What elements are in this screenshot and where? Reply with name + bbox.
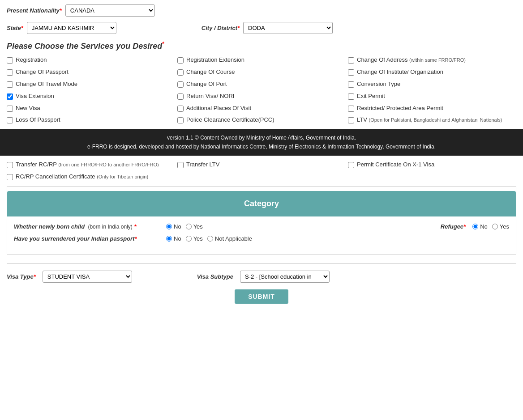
surrendered-yes-radio[interactable] (186, 236, 192, 242)
refugee-yes-radio[interactable] (492, 224, 498, 229)
change-travel-mode-checkbox[interactable] (7, 81, 13, 88)
service-item-change-passport: Change Of Passport (7, 68, 175, 76)
service-item-exit-permit: Exit Permit (348, 93, 516, 100)
ltv-checkbox[interactable] (348, 117, 354, 123)
permit-cert-x1-label[interactable]: Permit Certificate On X-1 Visa (357, 161, 434, 169)
newly-born-label: Whether newly born child (born in India … (14, 223, 157, 230)
surrendered-na-label[interactable]: Not Applicable (215, 235, 252, 242)
present-nationality-select[interactable]: CANADA INDIA USA UK AUSTRALIA (65, 4, 155, 17)
reg-extension-checkbox[interactable] (177, 57, 184, 64)
conversion-type-checkbox[interactable] (348, 81, 354, 88)
additional-places-label[interactable]: Additional Places Of Visit (186, 105, 251, 112)
new-visa-label[interactable]: New Visa (16, 105, 40, 112)
ltv-label[interactable]: LTV (Open for Pakistani, Bangladeshi and… (357, 116, 502, 124)
reg-extension-label[interactable]: Registration Extension (186, 56, 244, 64)
new-visa-checkbox[interactable] (7, 106, 13, 112)
newly-born-no-radio[interactable] (166, 224, 172, 229)
service-item-conversion-type: Conversion Type (348, 81, 516, 88)
more-services-grid: Transfer RC/RP (from one FRRO/FRO to ano… (7, 161, 516, 181)
change-port-checkbox[interactable] (177, 81, 184, 88)
refugee-no-radio[interactable] (472, 224, 478, 229)
change-address-checkbox[interactable] (348, 57, 354, 64)
change-passport-label[interactable]: Change Of Passport (16, 68, 69, 76)
loss-passport-checkbox[interactable] (7, 117, 13, 123)
visa-extension-checkbox[interactable] (7, 93, 13, 100)
exit-permit-checkbox[interactable] (348, 93, 354, 100)
service-item-permit-cert-x1: Permit Certificate On X-1 Visa (348, 161, 516, 169)
visa-extension-label[interactable]: Visa Extension (16, 93, 54, 100)
services-grid: Registration Registration Extension Chan… (7, 56, 516, 124)
conversion-type-label[interactable]: Conversion Type (357, 81, 400, 88)
visa-type-label: Visa Type* (7, 273, 36, 280)
state-label: State* (7, 25, 23, 31)
registration-label[interactable]: Registration (16, 56, 47, 64)
state-select[interactable]: JAMMU AND KASHMIR DELHI MAHARASHTRA KARN… (27, 22, 116, 34)
surrendered-na-item: Not Applicable (207, 235, 252, 242)
submit-button[interactable]: SUBMIT (235, 289, 288, 304)
newly-born-yes-radio[interactable] (186, 224, 192, 229)
rc-rp-cancel-checkbox[interactable] (7, 174, 13, 180)
change-port-label[interactable]: Change Of Port (186, 81, 227, 88)
additional-places-checkbox[interactable] (177, 106, 184, 112)
city-district-label: City / District* (201, 25, 240, 31)
present-nationality-label: Present Nationality* (7, 7, 62, 14)
police-clearance-label[interactable]: Police Clearance Certificate(PCC) (186, 116, 274, 124)
registration-checkbox[interactable] (7, 57, 13, 64)
service-item-additional-places: Additional Places Of Visit (177, 105, 346, 112)
return-visa-nori-checkbox[interactable] (177, 93, 184, 100)
refugee-yes-label[interactable]: Yes (500, 223, 509, 230)
transfer-rc-rp-checkbox[interactable] (7, 162, 13, 168)
service-item-new-visa: New Visa (7, 105, 175, 112)
restricted-area-checkbox[interactable] (348, 106, 354, 112)
permit-cert-x1-checkbox[interactable] (348, 162, 354, 168)
refugee-yes-item: Yes (492, 223, 509, 230)
exit-permit-label[interactable]: Exit Permit (357, 93, 385, 100)
newly-born-yes-label[interactable]: Yes (193, 223, 203, 230)
refugee-radio-group: No Yes (472, 223, 509, 230)
surrendered-passport-label: Have you surrendered your Indian passpor… (14, 235, 157, 242)
change-course-checkbox[interactable] (177, 69, 184, 76)
submit-row: SUBMIT (7, 289, 516, 304)
service-item-police-clearance: Police Clearance Certificate(PCC) (177, 116, 346, 124)
change-institute-label[interactable]: Change Of Institute/ Organization (357, 68, 443, 76)
change-travel-mode-label[interactable]: Change Of Travel Mode (16, 81, 77, 88)
surrendered-no-radio[interactable] (166, 236, 172, 242)
service-item-restricted-area: Restricted/ Protected Area Permit (348, 105, 516, 112)
service-item-transfer-ltv: Transfer LTV (177, 161, 346, 169)
return-visa-nori-label[interactable]: Return Visa/ NORI (186, 93, 234, 100)
refugee-no-label[interactable]: No (480, 223, 488, 230)
loss-passport-label[interactable]: Loss Of Passport (16, 116, 60, 124)
visa-subtype-select[interactable]: S-2 - [School education in S-1 S-3 (240, 271, 330, 283)
change-passport-checkbox[interactable] (7, 69, 13, 76)
service-item-change-course: Change Of Course (177, 68, 346, 76)
city-select[interactable]: DODA SRINAGAR JAMMU LEH (243, 22, 333, 34)
surrendered-passport-radio-group: No Yes Not Applicable (166, 235, 252, 242)
transfer-rc-rp-label[interactable]: Transfer RC/RP (from one FRRO/FRO to ano… (16, 161, 159, 169)
surrendered-na-radio[interactable] (207, 236, 213, 242)
service-item-visa-extension: Visa Extension (7, 93, 175, 100)
service-item-transfer-rc-rp: Transfer RC/RP (from one FRRO/FRO to ano… (7, 161, 175, 169)
newly-born-no-label[interactable]: No (174, 223, 181, 230)
visa-type-select[interactable]: STUDENT VISA TOURIST VISA BUSINESS VISA (43, 271, 132, 283)
change-course-label[interactable]: Change Of Course (186, 68, 235, 76)
restricted-area-label[interactable]: Restricted/ Protected Area Permit (357, 105, 443, 112)
category-content: Whether newly born child (born in India … (7, 216, 516, 254)
change-institute-checkbox[interactable] (348, 69, 354, 76)
refugee-no-item: No (472, 223, 488, 230)
refugee-group: Refugee* No Yes (441, 223, 509, 230)
category-banner: Category (7, 191, 516, 216)
surrendered-yes-label[interactable]: Yes (193, 235, 203, 242)
services-heading: Please Choose the Services you Desired* (7, 41, 516, 51)
service-item-rc-rp-cancel: RC/RP Cancellation Certificate (Only for… (7, 173, 175, 181)
newly-born-yes-item: Yes (186, 223, 203, 230)
service-item-change-travel: Change Of Travel Mode (7, 81, 175, 88)
service-item-change-port: Change Of Port (177, 81, 346, 88)
category-box: Category Whether newly born child (born … (7, 186, 516, 255)
change-address-label[interactable]: Change Of Address (within same FRRO/FRO) (357, 56, 466, 64)
divider (7, 263, 516, 264)
surrendered-no-label[interactable]: No (174, 235, 181, 242)
rc-rp-cancel-label[interactable]: RC/RP Cancellation Certificate (Only for… (16, 173, 148, 181)
police-clearance-checkbox[interactable] (177, 117, 184, 123)
transfer-ltv-label[interactable]: Transfer LTV (186, 161, 219, 169)
transfer-ltv-checkbox[interactable] (177, 162, 184, 168)
